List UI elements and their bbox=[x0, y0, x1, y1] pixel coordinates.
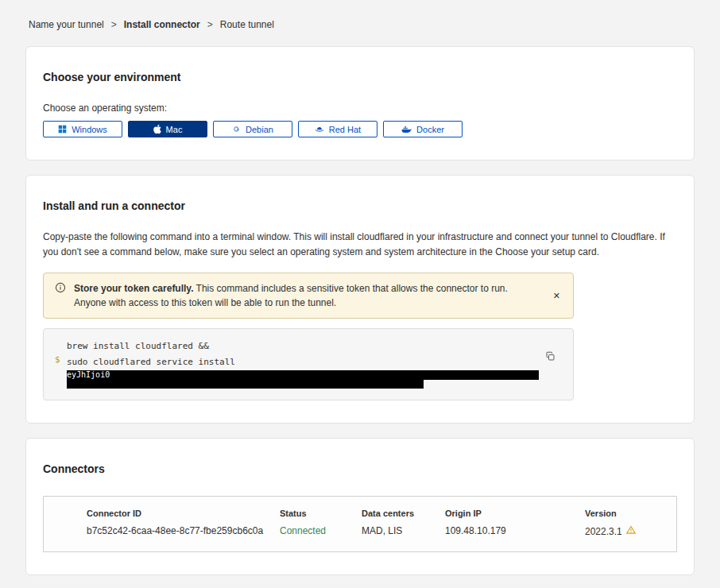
col-header-status: Status bbox=[280, 509, 362, 518]
apple-icon bbox=[153, 124, 161, 134]
col-header-connector-id: Connector ID bbox=[87, 509, 280, 518]
token-prefix: eyJhIjoi0 bbox=[67, 370, 110, 379]
os-button-group: Windows Mac Debian Red Hat bbox=[43, 121, 677, 137]
install-connector-card: Install and run a connector Copy-paste t… bbox=[25, 175, 695, 424]
redacted-token-bar bbox=[67, 380, 424, 389]
col-header-data-centers: Data centers bbox=[362, 509, 445, 518]
status-badge: Connected bbox=[280, 525, 362, 537]
os-button-label: Mac bbox=[166, 125, 183, 134]
os-button-windows[interactable]: Windows bbox=[43, 121, 122, 137]
breadcrumb-separator: > bbox=[111, 19, 117, 30]
warning-close-icon[interactable]: ✕ bbox=[550, 290, 563, 302]
copy-icon[interactable] bbox=[544, 350, 557, 366]
os-button-redhat[interactable]: Red Hat bbox=[298, 121, 377, 137]
redhat-icon bbox=[315, 125, 324, 134]
warning-triangle-icon bbox=[626, 525, 636, 537]
os-button-label: Red Hat bbox=[329, 125, 361, 134]
os-button-docker[interactable]: Docker bbox=[383, 121, 463, 137]
version-cell: 2022.3.1 bbox=[585, 525, 660, 537]
debian-icon bbox=[232, 125, 241, 133]
os-button-label: Windows bbox=[72, 125, 107, 134]
origin-ip-cell: 109.48.10.179 bbox=[445, 525, 585, 537]
environment-card-title: Choose your environment bbox=[43, 71, 677, 83]
col-header-origin-ip: Origin IP bbox=[445, 509, 585, 518]
token-warning-banner: Store your token carefully. This command… bbox=[43, 273, 574, 319]
os-select-label: Choose an operating system: bbox=[43, 103, 677, 114]
install-card-title: Install and run a connector bbox=[43, 199, 677, 212]
command-line-1: brew install cloudflared && bbox=[67, 341, 209, 351]
warning-text: Store your token carefully. This command… bbox=[74, 281, 542, 310]
windows-icon bbox=[58, 125, 67, 133]
breadcrumb-step-install-connector[interactable]: Install connector bbox=[124, 19, 200, 30]
connectors-card: Connectors Connector ID Status Data cent… bbox=[25, 438, 695, 575]
docker-icon bbox=[401, 126, 412, 133]
table-header-row: Connector ID Status Data centers Origin … bbox=[87, 509, 660, 518]
install-description: Copy-paste the following command into a … bbox=[43, 230, 677, 260]
breadcrumb-step-name-your-tunnel[interactable]: Name your tunnel bbox=[29, 19, 104, 30]
connectors-card-title: Connectors bbox=[43, 462, 677, 475]
tunnel-setup-page: Name your tunnel > Install connector > R… bbox=[0, 0, 720, 588]
shell-prompt: $ bbox=[55, 338, 67, 389]
version-value: 2022.3.1 bbox=[585, 526, 622, 537]
connectors-table: Connector ID Status Data centers Origin … bbox=[43, 496, 677, 552]
os-button-debian[interactable]: Debian bbox=[213, 121, 292, 137]
info-icon bbox=[55, 282, 66, 297]
table-row: b7c52c42-6caa-48ee-8c77-fbe259cb6c0a Con… bbox=[87, 525, 660, 537]
os-button-label: Debian bbox=[246, 125, 273, 134]
os-button-mac[interactable]: Mac bbox=[128, 121, 207, 137]
warning-text-bold: Store your token carefully. bbox=[74, 283, 194, 294]
command-line-2: sudo cloudflared service install bbox=[67, 357, 235, 367]
connector-id-cell: b7c52c42-6caa-48ee-8c77-fbe259cb6c0a bbox=[87, 525, 280, 537]
data-centers-cell: MAD, LIS bbox=[362, 525, 445, 537]
breadcrumb: Name your tunnel > Install connector > R… bbox=[25, 17, 695, 30]
choose-environment-card: Choose your environment Choose an operat… bbox=[25, 46, 695, 161]
breadcrumb-step-route-tunnel[interactable]: Route tunnel bbox=[220, 19, 274, 30]
install-command-codeblock: $ brew install cloudflared && sudo cloud… bbox=[43, 328, 574, 400]
breadcrumb-separator: > bbox=[207, 19, 213, 30]
install-command: brew install cloudflared && sudo cloudfl… bbox=[67, 338, 539, 389]
os-button-label: Docker bbox=[416, 125, 444, 134]
col-header-version: Version bbox=[585, 509, 660, 518]
redacted-token-line: eyJhIjoi0 bbox=[67, 370, 539, 380]
